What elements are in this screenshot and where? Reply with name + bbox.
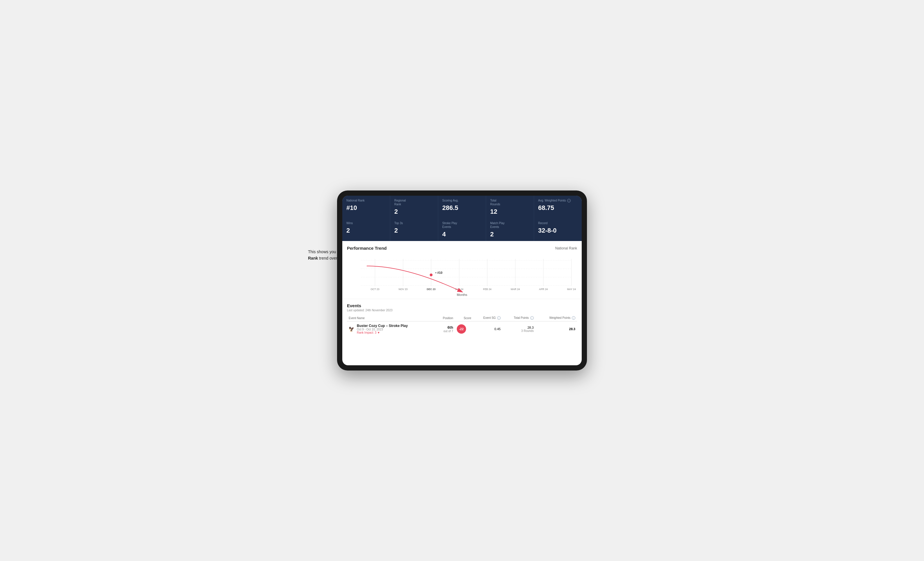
chart-x-label: Months [347,293,577,296]
chart-data-point [430,274,433,277]
events-updated: Last updated: 24th November 2023 [347,309,577,312]
stat-wins: Wins 2 [342,218,390,241]
stats-row-2: Wins 2 Top 3s 2 Stroke PlayEvents 4 Matc… [342,218,582,241]
event-total-points-cell: 28.3 3 Rounds [502,322,536,337]
info-icon-total: i [530,316,534,320]
event-sg-cell: 0.45 [473,322,502,337]
event-info: Buster Cozy Cup – Stroke Play Oct 9 - Oc… [357,324,408,334]
stat-record: Record 32-8-0 [534,218,582,241]
event-score-cell: -22 [455,322,473,337]
chart-container: • #10 OCT 23 NOV 23 DEC 23 JAN 24 FEB 24… [347,254,577,292]
svg-text:OCT 23: OCT 23 [370,288,379,291]
perf-header: Performance Trend National Rank [347,246,577,251]
stat-stroke-play-events: Stroke PlayEvents 4 [438,218,486,241]
tablet-screen: National Rank #10 RegionalRank 2 Scoring… [342,196,582,365]
event-position-cell: 6th out of 7 [435,322,455,337]
events-table: Event Name Position Score Event SG i Tot… [347,315,577,337]
col-score: Score [455,315,473,322]
event-icon: 🦅 [349,326,354,332]
event-name-label: Buster Cozy Cup – Stroke Play [357,324,408,328]
tablet-frame: National Rank #10 RegionalRank 2 Scoring… [337,190,587,371]
stat-top3s: Top 3s 2 [390,218,438,241]
col-weighted-points: Weighted Points i [536,315,577,322]
svg-text:MAY 24: MAY 24 [567,288,576,291]
stat-scoring-avg: Scoring Avg. 286.5 [438,196,486,218]
stat-national-rank: National Rank #10 [342,196,390,218]
screen-content[interactable]: National Rank #10 RegionalRank 2 Scoring… [342,196,582,365]
col-position: Position [435,315,455,322]
event-position-of: out of 7 [437,329,453,333]
event-name-inner: 🦅 Buster Cozy Cup – Stroke Play Oct 9 - … [349,324,434,334]
svg-text:NOV 23: NOV 23 [399,288,408,291]
chart-svg: • #10 OCT 23 NOV 23 DEC 23 JAN 24 FEB 24… [347,254,577,292]
events-section: Events Last updated: 24th November 2023 … [342,299,582,341]
event-date: Oct 9 - Oct 10, 2023 [357,328,408,331]
event-score-badge: -22 [457,325,466,334]
svg-text:DEC 23: DEC 23 [427,288,436,291]
chart-data-label: • #10 [435,271,442,274]
info-icon-sg: i [497,316,501,320]
svg-text:APR 24: APR 24 [539,288,548,291]
event-weighted-points-value: 28.3 [569,327,575,331]
stat-total-rounds: TotalRounds 12 [486,196,534,218]
col-event-sg: Event SG i [473,315,502,322]
event-rank-impact: Rank Impact: 3 ▼ [357,331,408,334]
outer-wrapper: This shows you your National Rank trend … [308,190,616,371]
perf-subtitle: National Rank [555,246,577,250]
perf-title: Performance Trend [347,246,387,251]
col-event-name: Event Name [347,315,435,322]
table-row[interactable]: 🦅 Buster Cozy Cup – Stroke Play Oct 9 - … [347,322,577,337]
stat-match-play-events: Match PlayEvents 2 [486,218,534,241]
stats-row-1: National Rank #10 RegionalRank 2 Scoring… [342,196,582,218]
event-weighted-points-cell: 28.3 [536,322,577,337]
performance-section: Performance Trend National Rank [342,241,582,299]
event-total-rounds: 3 Rounds [504,329,534,332]
svg-text:MAR 24: MAR 24 [511,288,520,291]
table-header-row: Event Name Position Score Event SG i Tot… [347,315,577,322]
info-icon-weighted: i [572,316,575,320]
events-title: Events [347,303,577,308]
event-position-value: 6th [437,325,453,329]
stat-regional-rank: RegionalRank 2 [390,196,438,218]
event-total-points-value: 28.3 [504,326,534,329]
svg-text:JAN 24: JAN 24 [455,288,464,291]
svg-text:FEB 24: FEB 24 [483,288,491,291]
stat-avg-weighted-points: Avg. Weighted Points i 68.75 [534,196,582,218]
info-icon-avg-weighted: i [567,199,571,202]
col-total-points: Total Points i [502,315,536,322]
event-name-cell: 🦅 Buster Cozy Cup – Stroke Play Oct 9 - … [347,322,435,337]
